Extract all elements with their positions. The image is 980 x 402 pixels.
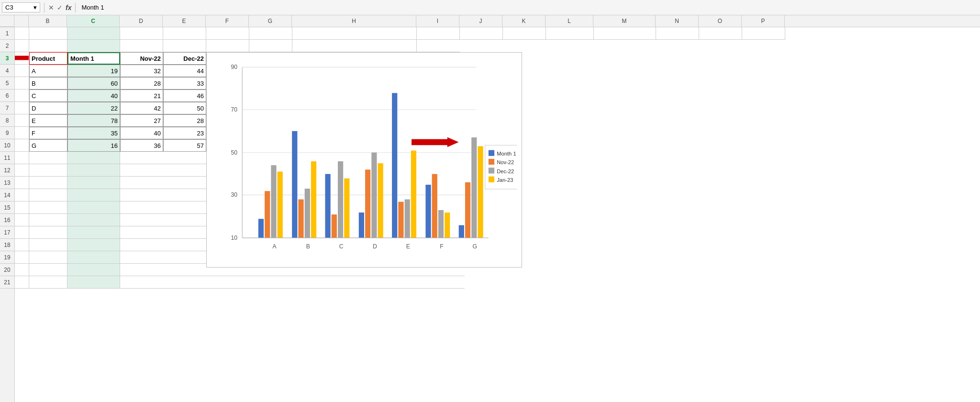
cell-C10[interactable]: 16 [67, 139, 120, 152]
cell-D6[interactable]: 21 [120, 89, 163, 102]
cell-C15[interactable] [67, 201, 120, 214]
cell-E7[interactable]: 50 [163, 102, 206, 114]
function-icon[interactable]: fx [66, 4, 71, 11]
cell-P1[interactable] [742, 27, 785, 40]
cell-A12[interactable] [15, 164, 29, 177]
row-header-14[interactable]: 14 [0, 189, 14, 201]
cell-A4[interactable] [15, 65, 29, 77]
cell-A17[interactable] [15, 226, 29, 239]
cell-B21[interactable] [29, 276, 67, 289]
cell-C7[interactable]: 22 [67, 102, 120, 114]
cell-ref-dropdown-icon[interactable]: ▾ [33, 4, 37, 11]
cell-A9[interactable] [15, 127, 29, 139]
row-header-20[interactable]: 20 [0, 264, 14, 276]
cell-B16[interactable] [29, 214, 67, 226]
row-header-9[interactable]: 9 [0, 127, 14, 139]
col-header-I[interactable]: I [416, 15, 459, 27]
cell-A10[interactable] [15, 139, 29, 152]
cell-B20[interactable] [29, 264, 67, 276]
row-header-19[interactable]: 19 [0, 251, 14, 264]
row-header-6[interactable]: 6 [0, 89, 14, 102]
cell-E4[interactable]: 44 [163, 65, 206, 77]
cell-I1[interactable] [417, 27, 460, 40]
cell-B9[interactable]: F [29, 127, 67, 139]
col-header-G[interactable]: G [249, 15, 292, 27]
cell-C1[interactable] [67, 27, 120, 40]
row-header-13[interactable]: 13 [0, 177, 14, 189]
cell-C6[interactable]: 40 [67, 89, 120, 102]
cell-E3[interactable]: Dec-22 [163, 52, 206, 65]
cell-B17[interactable] [29, 226, 67, 239]
cell-D2[interactable] [120, 40, 163, 52]
col-header-C[interactable]: C [67, 15, 120, 27]
row-header-18[interactable]: 18 [0, 239, 14, 251]
cell-D1[interactable] [120, 27, 163, 40]
row-header-15[interactable]: 15 [0, 201, 14, 214]
cell-A13[interactable] [15, 177, 29, 189]
cell-E9[interactable]: 23 [163, 127, 206, 139]
cell-E1[interactable] [163, 27, 206, 40]
row-header-5[interactable]: 5 [0, 77, 14, 89]
row-header-10[interactable]: 10 [0, 139, 14, 152]
cell-B13[interactable] [29, 177, 67, 189]
cell-reference-box[interactable]: C3 ▾ [2, 2, 40, 12]
cell-G1[interactable] [249, 27, 292, 40]
formula-input[interactable] [79, 3, 978, 12]
col-header-N[interactable]: N [656, 15, 699, 27]
cell-C13[interactable] [67, 177, 120, 189]
cell-A15[interactable] [15, 201, 29, 214]
cell-B5[interactable]: B [29, 77, 67, 89]
cell-C9[interactable]: 35 [67, 127, 120, 139]
col-header-M[interactable]: M [593, 15, 656, 27]
cell-C17[interactable] [67, 226, 120, 239]
cell-A3[interactable] [15, 52, 29, 65]
cell-H1[interactable] [292, 27, 417, 40]
cell-B4[interactable]: A [29, 65, 67, 77]
row-header-3[interactable]: 3 [0, 52, 14, 65]
cell-C5[interactable]: 60 [67, 77, 120, 89]
cell-B14[interactable] [29, 189, 67, 201]
cell-B12[interactable] [29, 164, 67, 177]
cell-J1[interactable] [460, 27, 503, 40]
col-header-J[interactable]: J [459, 15, 502, 27]
cell-C20[interactable] [67, 264, 120, 276]
col-header-B[interactable]: B [29, 15, 67, 27]
cell-rest21[interactable] [120, 276, 465, 289]
cell-B18[interactable] [29, 239, 67, 251]
cell-C3[interactable]: Month 1 [67, 52, 120, 65]
cell-D3[interactable]: Nov-22 [120, 52, 163, 65]
cell-A1[interactable] [15, 27, 29, 40]
cell-A19[interactable] [15, 251, 29, 264]
col-header-D[interactable]: D [120, 15, 163, 27]
cell-A16[interactable] [15, 214, 29, 226]
cell-E2[interactable] [163, 40, 206, 52]
col-header-O[interactable]: O [699, 15, 742, 27]
cell-B10[interactable]: G [29, 139, 67, 152]
cell-A6[interactable] [15, 89, 29, 102]
cell-B1[interactable] [29, 27, 67, 40]
cell-E8[interactable]: 28 [163, 114, 206, 127]
col-header-P[interactable]: P [742, 15, 785, 27]
cell-A7[interactable] [15, 102, 29, 114]
cell-A20[interactable] [15, 264, 29, 276]
row-header-17[interactable]: 17 [0, 226, 14, 239]
cell-F2[interactable] [206, 40, 249, 52]
cell-D7[interactable]: 42 [120, 102, 163, 114]
cell-L1[interactable] [546, 27, 594, 40]
cell-D9[interactable]: 40 [120, 127, 163, 139]
row-header-2[interactable]: 2 [0, 40, 14, 52]
col-header-H[interactable]: H [292, 15, 416, 27]
cell-O1[interactable] [699, 27, 742, 40]
cell-B11[interactable] [29, 152, 67, 164]
cell-G2[interactable] [249, 40, 292, 52]
cell-E6[interactable]: 46 [163, 89, 206, 102]
cancel-icon[interactable]: ✕ [48, 4, 54, 11]
col-header-K[interactable]: K [502, 15, 546, 27]
cell-A8[interactable] [15, 114, 29, 127]
cell-N1[interactable] [656, 27, 699, 40]
row-header-16[interactable]: 16 [0, 214, 14, 226]
col-header-E[interactable]: E [163, 15, 206, 27]
col-header-L[interactable]: L [546, 15, 593, 27]
cell-C14[interactable] [67, 189, 120, 201]
cell-D5[interactable]: 28 [120, 77, 163, 89]
